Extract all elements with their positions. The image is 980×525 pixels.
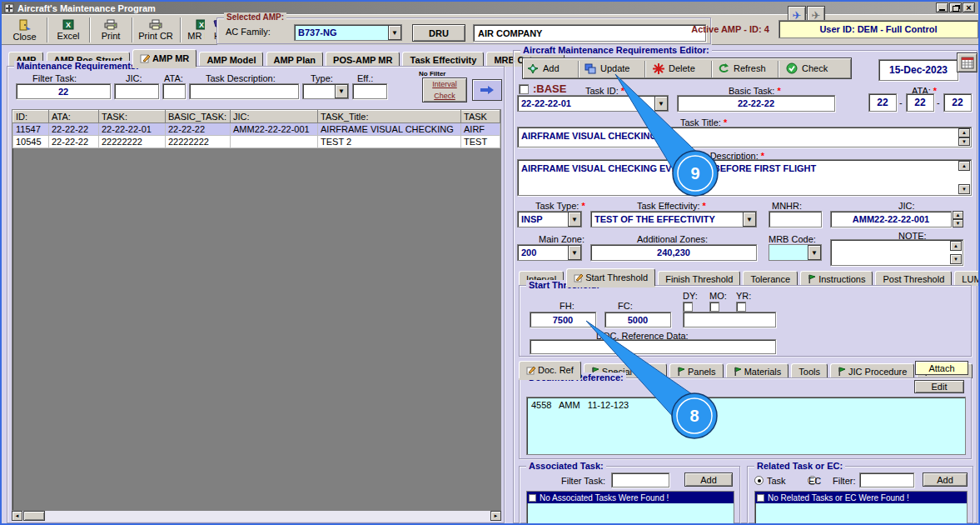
task-desc-field[interactable]: AIRFRAME VISUAL CHECKING EVERY DAY BEFOR… <box>517 159 972 196</box>
document-reference-row[interactable]: 4558 AMM 11-12-123 <box>527 398 965 412</box>
scroll-down-icon[interactable]: ▼ <box>958 184 970 194</box>
spin-down-icon[interactable]: ▼ <box>953 219 963 228</box>
close-window-button[interactable]: × <box>963 2 975 12</box>
ata-field-2[interactable]: 22 <box>906 93 934 112</box>
mrb-code-combo[interactable]: ▼ <box>769 244 822 261</box>
minimize-button[interactable] <box>936 2 948 12</box>
tab-amp-plan[interactable]: AMP Plan <box>266 52 324 67</box>
assoc-add-button[interactable]: Add <box>684 472 733 487</box>
tab-instructions[interactable]: Instructions <box>800 271 873 286</box>
note-field[interactable]: ▲▼ <box>830 239 963 266</box>
dmy-field[interactable] <box>683 312 776 328</box>
chevron-down-icon[interactable]: ▼ <box>743 212 756 227</box>
filter-jic-input[interactable] <box>114 83 159 99</box>
update-button[interactable]: Update <box>585 60 629 77</box>
document-reference-list[interactable]: 4558 AMM 11-12-123 <box>526 397 966 455</box>
doc-ref-data-field[interactable] <box>530 339 776 354</box>
main-zone-combo[interactable]: 200 ▼ <box>517 244 582 261</box>
row-checkbox[interactable] <box>757 494 764 502</box>
fh-field[interactable]: 7500 <box>530 312 596 328</box>
task-eff-combo[interactable]: TEST OF THE EFFECTIVITY ▼ <box>590 211 757 228</box>
print-button[interactable]: Print <box>92 17 130 43</box>
related-filter-input[interactable] <box>859 472 914 488</box>
scroll-up-icon[interactable]: ▲ <box>958 128 970 138</box>
task-id-combo[interactable]: 22-22-22-01 ▼ <box>517 95 669 112</box>
tab-materials[interactable]: Materials <box>726 363 789 378</box>
scroll-left-icon[interactable]: ◄ <box>12 511 22 521</box>
delete-button[interactable]: Delete <box>653 60 695 77</box>
filter-eff-input[interactable] <box>352 83 387 99</box>
tab-pos-amp-mr[interactable]: POS-AMP MR <box>326 52 400 67</box>
add-button[interactable]: Add <box>528 60 560 77</box>
tab-amp-mr[interactable]: AMP MR <box>132 49 196 67</box>
chevron-down-icon[interactable]: ▼ <box>808 245 821 260</box>
yr-checkbox[interactable] <box>736 302 746 312</box>
basic-task-field[interactable]: 22-22-22 <box>677 95 835 112</box>
calendar-button[interactable] <box>957 52 978 72</box>
tab-doc-ref[interactable]: Doc. Ref <box>519 361 581 378</box>
excel-button[interactable]: X Excel <box>49 17 87 43</box>
edit-button[interactable]: Edit <box>914 380 964 393</box>
tab-start-threshold[interactable]: Start Threshold <box>566 268 655 286</box>
attach-button[interactable]: Attach <box>915 361 968 375</box>
list-item[interactable]: No Related Tasks or EC Were Found ! <box>755 492 967 503</box>
table-row[interactable]: 1154722-22-2222-22-22-0122-22-22AMM22-22… <box>13 123 500 136</box>
base-checkbox[interactable] <box>519 84 529 94</box>
tab-panels[interactable]: Panels <box>669 363 724 378</box>
list-item[interactable]: No Associated Tasks Were Found ! <box>527 492 734 503</box>
chevron-down-icon[interactable]: ▼ <box>388 25 401 40</box>
check-button[interactable]: Check <box>786 60 828 77</box>
tab-tolerance[interactable]: Tolerance <box>743 271 798 286</box>
related-task-list[interactable]: No Related Tasks or EC Were Found ! <box>754 491 968 524</box>
scroll-up-icon[interactable]: ▲ <box>958 161 970 171</box>
chevron-down-icon[interactable]: ▼ <box>568 245 581 260</box>
filter-task-input[interactable]: 22 <box>16 83 111 99</box>
tab-tools[interactable]: Tools <box>791 363 828 378</box>
rev-date-field[interactable]: 15-Dec-2023 <box>878 59 958 81</box>
refresh-button[interactable]: Refresh <box>718 60 766 77</box>
tab-lump[interactable]: LUMP <box>954 271 980 286</box>
assoc-filter-input[interactable] <box>611 472 669 488</box>
task-type-combo[interactable]: INSP ▼ <box>517 211 582 228</box>
fc-field[interactable]: 5000 <box>604 312 671 328</box>
filter-desc-input[interactable] <box>189 83 299 99</box>
table-row[interactable]: 1054522-22-222222222222222222TEST 2TEST <box>13 136 500 148</box>
scroll-right-icon[interactable]: ► <box>490 511 501 521</box>
print-cr-button[interactable]: Print CR <box>134 17 177 43</box>
tab-jic-procedure[interactable]: JIC Procedure <box>830 363 914 378</box>
related-add-button[interactable]: Add <box>923 472 968 487</box>
add-zones-field[interactable]: 240,230 <box>590 244 757 261</box>
chevron-down-icon[interactable]: ▼ <box>568 212 581 227</box>
mo-label: MO: <box>709 291 727 301</box>
mo-checkbox[interactable] <box>709 302 719 312</box>
interval-check-button[interactable]: Interval Check <box>422 78 467 102</box>
scroll-down-icon[interactable]: ▼ <box>958 138 970 147</box>
tab-post-threshold[interactable]: Post Threshold <box>875 271 952 286</box>
mnhr-field[interactable] <box>769 211 822 228</box>
scroll-down-icon[interactable]: ▼ <box>950 254 962 264</box>
associated-task-list[interactable]: No Associated Tasks Were Found ! <box>526 491 734 524</box>
tab-amp-model[interactable]: AMP Model <box>199 52 263 67</box>
scroll-up-icon[interactable]: ▲ <box>950 241 962 251</box>
task-title-field[interactable]: AIRFRAME VISUAL CHECKING ▲▼ <box>517 127 972 148</box>
close-button[interactable]: Close <box>4 17 45 43</box>
filter-ata-input[interactable] <box>162 83 186 99</box>
chevron-down-icon[interactable]: ▼ <box>654 96 668 111</box>
ata-field-1[interactable]: 22 <box>868 93 897 112</box>
ac-family-combo[interactable]: B737-NG ▼ <box>294 24 402 41</box>
tab-finish-threshold[interactable]: Finish Threshold <box>658 271 740 286</box>
dru-button[interactable]: DRU <box>412 24 465 42</box>
scroll-thumb[interactable] <box>23 511 45 521</box>
chevron-down-icon[interactable]: ▼ <box>335 84 348 98</box>
table-h-scrollbar[interactable]: ◄ ► <box>12 511 501 522</box>
go-arrow-button[interactable] <box>472 79 502 101</box>
spin-up-icon[interactable]: ▲ <box>953 211 963 219</box>
task-radio[interactable] <box>754 476 764 485</box>
restore-button[interactable] <box>949 2 962 12</box>
dy-checkbox[interactable] <box>683 302 693 312</box>
filter-type-combo[interactable]: ▼ <box>302 83 349 99</box>
ata-field-3[interactable]: 22 <box>943 93 972 112</box>
jic-field[interactable]: AMM22-22-22-001 <box>830 211 952 228</box>
tab-task-effectivity[interactable]: Task Effectivity <box>402 52 484 67</box>
row-checkbox[interactable] <box>529 494 536 502</box>
